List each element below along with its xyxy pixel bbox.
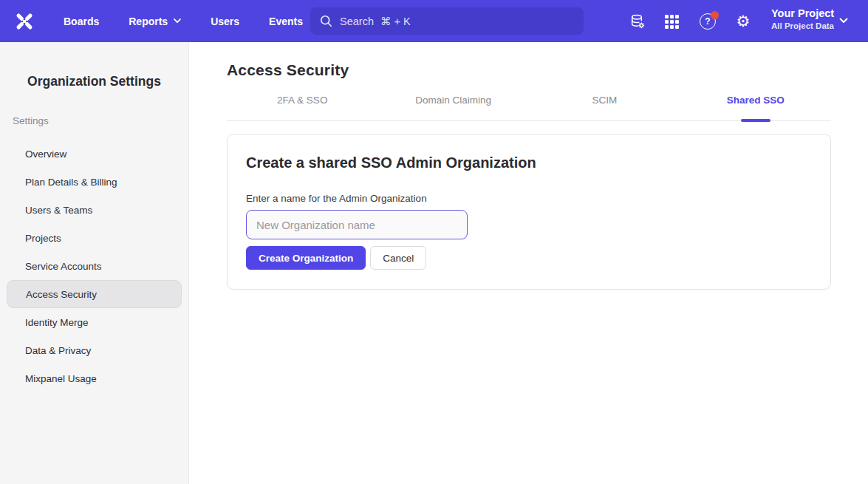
tab-bar: 2FA & SSO Domain Claiming SCIM Shared SS… [227,95,831,121]
sidebar-item-mixpanel-usage[interactable]: Mixpanel Usage [0,364,188,392]
tab-scim[interactable]: SCIM [529,95,680,120]
button-row: Create Organization Cancel [246,246,812,270]
sidebar-item-users-teams[interactable]: Users & Teams [0,196,188,224]
top-nav: Boards Reports Users Events Search ⌘ + K [0,0,868,42]
page-title: Access Security [227,61,868,79]
create-organization-button[interactable]: Create Organization [246,246,366,270]
nav-item-label: Reports [129,16,168,27]
card-heading: Create a shared SSO Admin Organization [246,154,812,171]
gear-glyph: ⚙ [737,14,751,30]
tab-2fa-sso[interactable]: 2FA & SSO [227,95,378,120]
nav-item-boards[interactable]: Boards [64,16,99,27]
chevron-down-icon [174,18,181,24]
sidebar-item-data-privacy[interactable]: Data & Privacy [0,336,188,364]
sidebar-item-projects[interactable]: Projects [0,224,188,252]
project-scope: All Project Data [771,21,834,30]
project-name: Your Project [771,7,834,21]
sidebar-item-service-accounts[interactable]: Service Accounts [0,252,188,280]
notification-dot [711,11,719,19]
settings-gear-icon[interactable]: ⚙ [734,13,752,30]
nav-item-label: Boards [64,16,99,27]
search-placeholder: Search [340,16,374,27]
apps-grid-icon[interactable] [663,13,680,30]
search-shortcut: ⌘ + K [380,16,411,27]
search-input[interactable]: Search ⌘ + K [310,7,584,35]
create-sso-org-card: Create a shared SSO Admin Organization E… [227,134,831,290]
question-mark: ? [705,16,710,27]
data-management-icon[interactable] [629,13,646,30]
cancel-button[interactable]: Cancel [370,246,426,270]
search-icon [320,15,332,27]
sidebar-title: Organization Settings [0,74,188,89]
org-name-field-label: Enter a name for the Admin Organization [246,193,812,204]
nav-links: Boards Reports Users Events [64,0,332,42]
main-content: Access Security 2FA & SSO Domain Claimin… [189,42,868,484]
mixpanel-logo-icon[interactable] [13,10,35,33]
help-glyph: ? [700,13,716,30]
sidebar-item-plan-details-billing[interactable]: Plan Details & Billing [0,168,188,196]
nav-item-users[interactable]: Users [211,16,239,27]
nav-item-reports[interactable]: Reports [129,16,181,27]
tab-domain-claiming[interactable]: Domain Claiming [378,95,530,120]
nav-item-events[interactable]: Events [269,16,303,27]
sidebar-item-access-security[interactable]: Access Security [7,280,182,308]
project-selector[interactable]: Your Project All Project Data [771,7,834,30]
sidebar-section-label: Settings [13,115,188,126]
help-icon[interactable]: ? [699,13,717,30]
nav-item-label: Users [211,16,239,27]
apps-grid-glyph [665,15,679,29]
org-name-input[interactable] [246,210,468,239]
logo-glyph [13,10,35,33]
sidebar-list: Overview Plan Details & Billing Users & … [0,140,188,392]
nav-item-label: Events [269,16,303,27]
project-chevron-down-icon[interactable] [839,18,848,24]
sidebar-item-overview[interactable]: Overview [0,140,188,168]
tab-shared-sso[interactable]: Shared SSO [680,95,832,120]
sidebar-item-identity-merge[interactable]: Identity Merge [0,308,188,336]
org-settings-sidebar: Organization Settings Settings Overview … [0,42,189,484]
